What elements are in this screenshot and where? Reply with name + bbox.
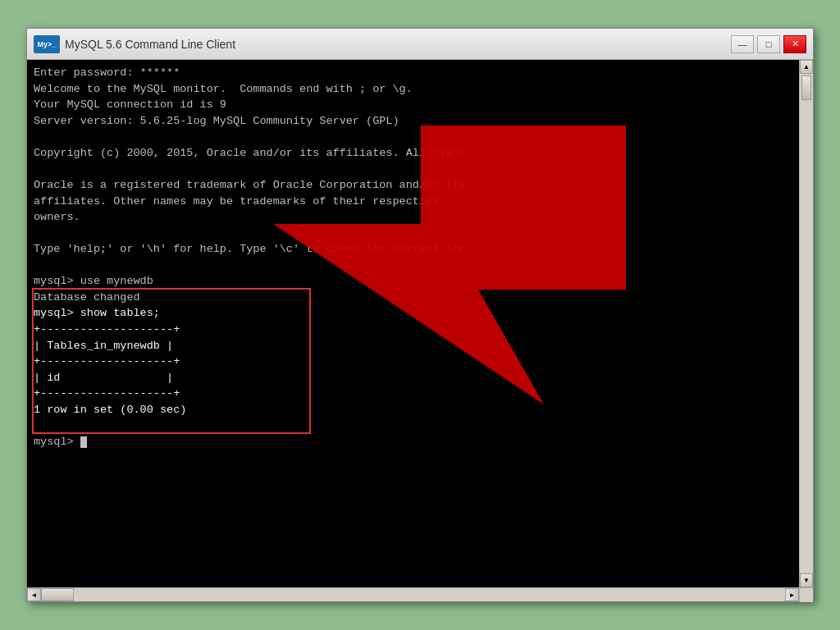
terminal-line: Copyright (c) 2000, 2015, Oracle and/or …: [34, 145, 792, 162]
terminal-line: Welcome to the MySQL monitor. Commands e…: [34, 81, 792, 98]
terminal-line: mysql> use mynewdb: [34, 273, 792, 290]
scrollbar-corner: [799, 588, 813, 602]
terminal-line: mysql>: [34, 434, 792, 450]
terminal-line: Type 'help;' or '\h' for help. Type '\c'…: [34, 241, 792, 258]
maximize-button[interactable]: □: [757, 35, 780, 53]
mysql-icon: My>_: [34, 35, 60, 53]
terminal-line: +--------------------+: [34, 322, 792, 338]
vertical-scrollbar[interactable]: ▲ ▼: [799, 60, 813, 587]
mysql-window: My>_ MySQL 5.6 Command Line Client — □ ✕…: [26, 28, 814, 602]
terminal-line: mysql> show tables;: [34, 305, 792, 322]
terminal-line: affiliates. Other names may be trademark…: [34, 194, 792, 210]
scroll-left-button[interactable]: ◄: [27, 588, 41, 601]
terminal-area: Enter password: ****** Welcome to the My…: [27, 60, 813, 587]
scroll-right-button[interactable]: ►: [785, 588, 799, 601]
minimize-button[interactable]: —: [731, 35, 754, 53]
terminal-line: [34, 258, 792, 274]
window-title: MySQL 5.6 Command Line Client: [65, 38, 235, 51]
terminal-line: Database changed: [34, 290, 792, 306]
terminal-line: +--------------------+: [34, 386, 792, 402]
scroll-down-button[interactable]: ▼: [800, 573, 813, 587]
title-bar: My>_ MySQL 5.6 Command Line Client — □ ✕: [27, 29, 813, 60]
terminal-line: owners.: [34, 209, 792, 226]
terminal-line: +--------------------+: [34, 354, 792, 370]
terminal-content[interactable]: Enter password: ****** Welcome to the My…: [27, 60, 799, 587]
scroll-h-track[interactable]: [41, 588, 785, 601]
scroll-h-thumb[interactable]: [41, 588, 74, 601]
scroll-up-button[interactable]: ▲: [800, 60, 813, 74]
terminal-line: Oracle is a registered trademark of Orac…: [34, 177, 792, 194]
terminal-line: | id |: [34, 370, 792, 386]
terminal-line: Your MySQL connection id is 9: [34, 97, 792, 113]
window-controls: — □ ✕: [731, 35, 806, 53]
close-button[interactable]: ✕: [783, 35, 806, 53]
terminal-line: [34, 226, 792, 242]
terminal-line: [34, 129, 792, 145]
terminal-line: Enter password: ******: [34, 65, 792, 81]
scroll-thumb[interactable]: [801, 75, 811, 100]
terminal-line: [34, 161, 792, 177]
terminal-line: | Tables_in_mynewdb |: [34, 338, 792, 354]
title-bar-left: My>_ MySQL 5.6 Command Line Client: [34, 35, 235, 53]
terminal-line: [34, 418, 792, 434]
terminal-line: Server version: 5.6.25-log MySQL Communi…: [34, 113, 792, 130]
cursor: [80, 436, 87, 448]
scroll-track[interactable]: [800, 74, 813, 573]
horizontal-scrollbar[interactable]: ◄ ►: [27, 587, 813, 601]
terminal-line: 1 row in set (0.00 sec): [34, 402, 792, 418]
